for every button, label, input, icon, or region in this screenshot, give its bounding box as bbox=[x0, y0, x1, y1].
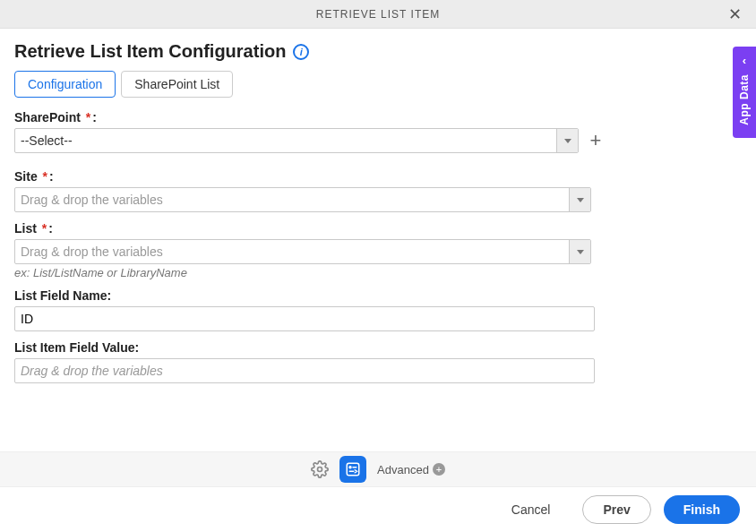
site-input[interactable] bbox=[15, 188, 569, 211]
svg-point-2 bbox=[349, 467, 351, 468]
form: SharePoint *: + Site *: List *: bbox=[0, 110, 756, 383]
label-field-name: List Field Name: bbox=[14, 288, 742, 303]
chevron-left-icon: ‹ bbox=[743, 54, 746, 67]
tab-sharepoint-list[interactable]: SharePoint List bbox=[121, 71, 233, 98]
list-input[interactable] bbox=[15, 240, 569, 263]
plus-icon: + bbox=[433, 463, 445, 476]
sharepoint-input[interactable] bbox=[15, 129, 556, 152]
titlebar-title: RETRIEVE LIST ITEM bbox=[316, 8, 440, 21]
sharepoint-select[interactable] bbox=[14, 128, 579, 153]
required-asterisk: * bbox=[82, 110, 90, 124]
field-name-input[interactable] bbox=[14, 306, 595, 331]
info-icon[interactable]: i bbox=[293, 44, 309, 60]
dropdown-icon[interactable] bbox=[569, 188, 590, 211]
site-select[interactable] bbox=[14, 187, 591, 212]
svg-point-0 bbox=[318, 468, 322, 472]
app-data-tab[interactable]: ‹ App Data bbox=[733, 47, 756, 138]
advanced-label: Advanced bbox=[377, 463, 429, 476]
close-icon[interactable]: ✕ bbox=[720, 0, 749, 29]
gear-icon[interactable] bbox=[311, 460, 329, 478]
label-field-value: List Item Field Value: bbox=[14, 340, 742, 355]
label-text: Site bbox=[14, 169, 38, 184]
titlebar: RETRIEVE LIST ITEM ✕ bbox=[0, 0, 756, 29]
dropdown-icon[interactable] bbox=[556, 129, 578, 152]
field-field-value: List Item Field Value: bbox=[14, 340, 742, 383]
label-text: List Item Field Value: bbox=[14, 340, 139, 355]
label-text: List Field Name: bbox=[14, 288, 111, 303]
tab-configuration[interactable]: Configuration bbox=[14, 71, 116, 98]
footer: Cancel Prev Finish bbox=[0, 487, 756, 532]
app-data-label: App Data bbox=[738, 74, 751, 125]
label-sharepoint: SharePoint *: bbox=[14, 110, 742, 124]
field-field-name: List Field Name: bbox=[14, 288, 742, 331]
required-asterisk: * bbox=[39, 169, 47, 184]
field-site: Site *: bbox=[14, 169, 742, 212]
required-asterisk: * bbox=[39, 221, 47, 236]
page-heading: Retrieve List Item Configuration i bbox=[0, 29, 756, 71]
finish-button[interactable]: Finish bbox=[664, 495, 740, 524]
label-text: SharePoint bbox=[14, 110, 81, 124]
tabs: Configuration SharePoint List bbox=[0, 71, 756, 110]
label-text: List bbox=[14, 221, 37, 236]
advanced-link[interactable]: Advanced + bbox=[377, 463, 445, 476]
field-list: List *: ex: List/ListName or LibraryName bbox=[14, 221, 742, 279]
label-list: List *: bbox=[14, 221, 742, 236]
cancel-button[interactable]: Cancel bbox=[492, 495, 571, 524]
add-connection-button[interactable]: + bbox=[586, 131, 606, 150]
field-sharepoint: SharePoint *: + bbox=[14, 110, 742, 153]
form-icon[interactable] bbox=[339, 456, 366, 483]
list-select[interactable] bbox=[14, 239, 591, 264]
page-title: Retrieve List Item Configuration bbox=[14, 41, 286, 62]
prev-button[interactable]: Prev bbox=[582, 495, 650, 524]
svg-rect-1 bbox=[347, 463, 359, 476]
label-site: Site *: bbox=[14, 169, 742, 184]
field-value-input[interactable] bbox=[14, 358, 595, 383]
list-hint: ex: List/ListName or LibraryName bbox=[14, 266, 742, 279]
util-strip: Advanced + bbox=[0, 451, 756, 487]
dropdown-icon[interactable] bbox=[569, 240, 590, 263]
